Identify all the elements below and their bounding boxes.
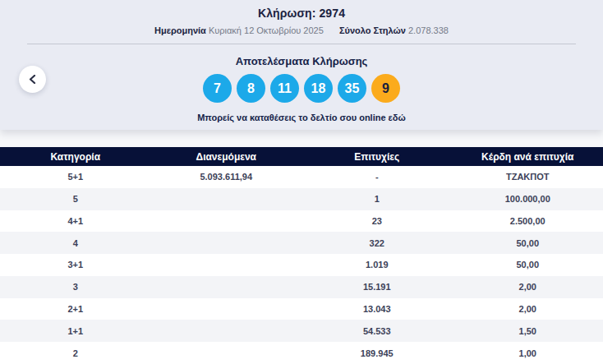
winnings-cell: 100.000,00 [453, 194, 603, 204]
category-cell: 2 [0, 348, 151, 358]
category-cell: 2+1 [0, 304, 151, 314]
category-cell: 3+1 [0, 260, 151, 270]
category-cell: 5 [0, 194, 151, 204]
results-title: Αποτελέσματα Κλήρωσης [0, 55, 603, 67]
winning-numbers: 7 8 11 18 35 9 [0, 74, 603, 103]
category-cell: 1+1 [0, 326, 151, 336]
chevron-left-icon [29, 75, 36, 84]
category-cell: 5+1 [0, 172, 151, 182]
date-label: Ημερομηνία [154, 25, 206, 35]
column-header: Κέρδη ανά επιτυχία [453, 151, 603, 163]
table-row: 4+1 23 2.500,00 [0, 210, 603, 233]
winners-cell: 1.019 [302, 260, 453, 270]
column-header: Κατηγορία [0, 151, 151, 163]
table-header-row: Κατηγορία Διανεμόμενα Επιτυχίες Κέρδη αν… [0, 147, 603, 166]
winners-cell: 15.191 [302, 282, 453, 292]
winners-cell: 13.043 [302, 304, 453, 314]
draw-results-panel: Κλήρωση: 2974 Ημερομηνία Κυριακή 12 Οκτω… [0, 0, 603, 130]
table-row: 1+1 54.533 1,50 [0, 320, 603, 342]
winning-number-ball: 18 [304, 74, 333, 103]
winners-cell: - [302, 172, 453, 182]
winners-cell: 1 [302, 194, 453, 204]
columns-value: 2.078.338 [408, 25, 449, 35]
column-header: Επιτυχίες [302, 151, 453, 163]
winnings-cell: 2,00 [453, 304, 603, 314]
table-body: 5+1 5.093.611,94 - ΤΖΑΚΠΟΤ 5 1 100.000,0… [0, 166, 603, 364]
winners-cell: 23 [302, 216, 453, 226]
table-row: 5+1 5.093.611,94 - ΤΖΑΚΠΟΤ [0, 166, 603, 188]
winners-cell: 322 [302, 238, 453, 248]
table-row: 3+1 1.019 50,00 [0, 254, 603, 276]
draw-meta: Ημερομηνία Κυριακή 12 Οκτωβρίου 2025 Σύν… [0, 25, 603, 35]
table-row: 2+1 13.043 2,00 [0, 298, 603, 320]
winnings-table: Κατηγορία Διανεμόμενα Επιτυχίες Κέρδη αν… [0, 147, 603, 364]
columns-label: Σύνολο Στηλών [339, 25, 406, 35]
table-row: 3 15.191 2,00 [0, 276, 603, 298]
play-online-link[interactable]: Μπορείς να καταθέσεις το δελτίο σου onli… [0, 113, 603, 122]
winning-number-ball: 35 [338, 74, 366, 103]
table-row: 4 322 50,00 [0, 232, 603, 254]
winnings-cell: 2,00 [453, 282, 603, 292]
winning-number-ball: 8 [237, 74, 265, 103]
draw-title: Κλήρωση: 2974 [0, 0, 603, 20]
winnings-cell: 1,50 [453, 326, 603, 336]
winning-number-ball: 7 [203, 74, 232, 103]
previous-draw-button[interactable] [19, 66, 46, 93]
winnings-cell: 1,00 [453, 348, 603, 358]
category-cell: 4 [0, 238, 151, 248]
date-value: Κυριακή 12 Οκτωβρίου 2025 [209, 25, 324, 35]
winnings-cell: 50,00 [453, 260, 603, 270]
category-cell: 3 [0, 282, 151, 292]
panel-table-spacer [0, 130, 603, 147]
winnings-cell: ΤΖΑΚΠΟΤ [453, 172, 603, 182]
table-row: 2 189.945 1,00 [0, 342, 603, 364]
winnings-cell: 50,00 [453, 238, 603, 248]
divider [27, 44, 576, 44]
column-header: Διανεμόμενα [151, 151, 302, 163]
winners-cell: 54.533 [302, 326, 453, 336]
bonus-number-ball: 9 [371, 74, 400, 103]
distributed-cell: 5.093.611,94 [151, 172, 302, 182]
winnings-cell: 2.500,00 [453, 216, 603, 226]
winning-number-ball: 11 [270, 74, 299, 103]
winners-cell: 189.945 [302, 348, 453, 358]
table-row: 5 1 100.000,00 [0, 188, 603, 210]
category-cell: 4+1 [0, 216, 151, 226]
